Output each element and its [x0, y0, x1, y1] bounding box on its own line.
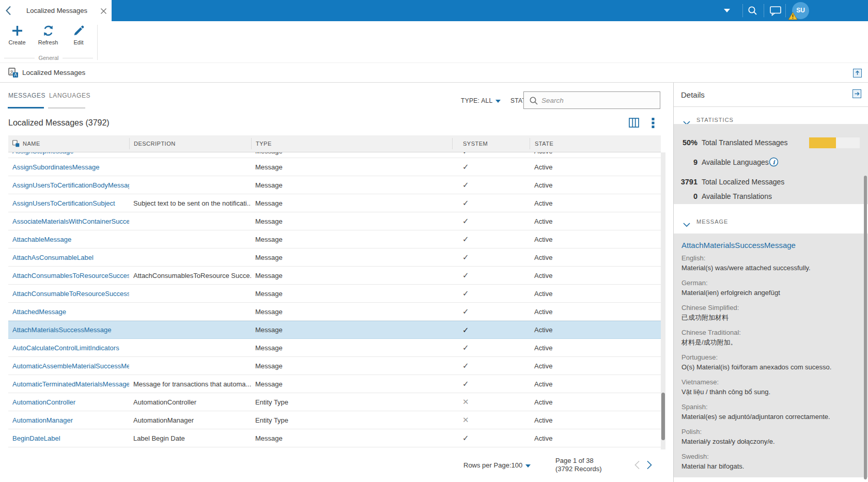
message-name-link[interactable]: AutomationController	[12, 398, 75, 406]
prev-page-icon[interactable]	[634, 460, 640, 472]
info-icon[interactable]: i	[769, 157, 779, 169]
next-page-icon[interactable]	[646, 460, 653, 472]
section-header-message[interactable]: MESSAGE	[696, 219, 728, 225]
message-name-link[interactable]: AssignStepMessage	[12, 152, 74, 155]
message-name-link[interactable]: AutomaticTerminatedMaterialsMessage	[12, 380, 129, 388]
table-row[interactable]: AssociateMaterialsWithContainerSucces Me…	[8, 212, 661, 230]
back-icon[interactable]	[5, 6, 12, 15]
active-tab-underline	[8, 107, 44, 108]
edit-button-label: Edit	[63, 39, 95, 45]
table-row[interactable]: AssignUsersToCertificationBodyMessage Me…	[8, 176, 661, 194]
system-flag-icon: ✓	[452, 307, 530, 316]
row-type: Message	[251, 344, 452, 352]
translation-language: Spanish:	[681, 403, 860, 411]
divider	[674, 106, 868, 107]
row-type: Message	[251, 181, 452, 189]
translation-item: Chinese Simplified: 已成功附加材料	[681, 304, 860, 322]
message-name-link[interactable]: AttachConsumableToResourceSuccessM	[12, 290, 129, 298]
tab-languages[interactable]: LANGUAGES	[49, 92, 90, 99]
message-name-link[interactable]: AssignUsersToCertificationBodyMessage	[12, 181, 129, 189]
column-header-type[interactable]: TYPE	[251, 138, 452, 149]
row-state: Active	[530, 272, 661, 279]
table-row[interactable]: AttachConsumableToResourceSuccessM Messa…	[8, 285, 661, 303]
row-type: Message	[251, 272, 452, 279]
message-name-link[interactable]: AttachableMessage	[12, 236, 71, 243]
collapse-ribbon-icon[interactable]	[853, 69, 862, 80]
column-header-system[interactable]: SYSTEM	[452, 138, 530, 149]
chevron-down-icon[interactable]	[683, 220, 690, 229]
translated-column-icon	[12, 140, 20, 147]
system-flag-icon: ✓	[452, 253, 530, 262]
page-info: Page 1 of 38 (3792 Records)	[555, 457, 602, 473]
translation-text: Vật liệu / thành công bổ sung.	[681, 387, 860, 396]
system-flag-icon: ✕	[452, 397, 530, 407]
column-chooser-icon[interactable]	[629, 118, 639, 130]
message-name-link[interactable]: AutomaticAssembleMaterialSuccessMes	[12, 362, 129, 370]
type-filter-dropdown[interactable]: TYPE: ALL	[461, 97, 501, 104]
details-scrollbar-thumb[interactable]	[864, 176, 867, 479]
message-name-link[interactable]: AttachConsumablesToResourceSuccessM	[12, 272, 129, 279]
table-row[interactable]: AssignSubordinatesMessage Message ✓ Acti…	[8, 158, 661, 176]
records-label: (3792 Records)	[555, 465, 602, 473]
kebab-menu-icon[interactable]	[652, 118, 655, 130]
table-row[interactable]: AttachConsumablesToResourceSuccessM Atta…	[8, 267, 661, 285]
create-button[interactable]: Create	[1, 24, 33, 45]
message-name-link[interactable]: AssociateMaterialsWithContainerSucces	[12, 217, 129, 225]
column-header-description[interactable]: DESCRIPTION	[129, 138, 251, 149]
table-row[interactable]: AutoCalculateControlLimitIndicators Mess…	[8, 339, 661, 357]
table-row[interactable]: AttachAsConsumableLabel Message ✓ Active	[8, 248, 661, 267]
row-state: Active	[530, 416, 661, 424]
rows-per-page-dropdown[interactable]: Rows per Page:100	[463, 461, 531, 469]
message-name-link[interactable]: AttachMaterialsSuccessMessage	[12, 326, 111, 334]
column-header-name[interactable]: NAME	[8, 140, 129, 147]
row-state: Active	[530, 236, 661, 243]
table-row[interactable]: AutomationController AutomationControlle…	[8, 393, 661, 411]
row-state: Active	[530, 290, 661, 298]
table-row[interactable]: AttachedMessage Message ✓ Active	[8, 303, 661, 321]
row-type: Message	[251, 152, 452, 155]
translation-language: Chinese Simplified:	[681, 304, 860, 312]
row-state: Active	[530, 199, 661, 207]
message-name-link[interactable]: AutomationManager	[12, 416, 73, 424]
message-name-link[interactable]: AssignUsersToCertificationSubject	[12, 199, 115, 207]
translation-text: Materiał/y został/y dołączony/e.	[681, 437, 860, 446]
table-row[interactable]: AutomaticAssembleMaterialSuccessMes Mess…	[8, 357, 661, 375]
table-row[interactable]: BeginDateLabel Label Begin Date Message …	[8, 429, 661, 447]
table-row[interactable]: AutomationManager AutomationManager Enti…	[8, 411, 661, 429]
row-type: Message	[251, 236, 452, 243]
search-box[interactable]	[523, 91, 660, 109]
table-row[interactable]: AssignUsersToCertificationSubject Subjec…	[8, 194, 661, 212]
system-flag-icon: ✓	[452, 216, 530, 226]
progress-bar-fill	[809, 137, 836, 148]
table-row-partial[interactable]: AssignStepMessage Message ✓ Active	[8, 152, 661, 158]
top-bar: Localized Messages SU	[0, 0, 868, 21]
app-tab[interactable]: Localized Messages	[0, 0, 112, 21]
message-name-link[interactable]: AutoCalculateControlLimitIndicators	[12, 344, 119, 352]
chat-icon[interactable]	[770, 6, 781, 18]
row-description: Label Begin Date	[129, 434, 251, 442]
system-flag-icon: ✓	[452, 180, 530, 190]
table-row[interactable]: AttachMaterialsSuccessMessage Message ✓ …	[8, 321, 661, 339]
column-header-state[interactable]: STATE	[530, 138, 661, 149]
search-icon[interactable]	[747, 5, 758, 18]
table-row[interactable]: AutomaticTerminatedMaterialsMessage Mess…	[8, 375, 661, 393]
refresh-icon	[42, 24, 55, 37]
section-header-statistics[interactable]: STATISTICS	[696, 117, 734, 123]
close-icon[interactable]	[100, 7, 107, 14]
message-name-link[interactable]: BeginDateLabel	[12, 434, 60, 442]
selected-message-name-link[interactable]: AttachMaterialsSuccessMessage	[681, 241, 860, 250]
search-input[interactable]	[541, 92, 657, 108]
message-name-link[interactable]: AssignSubordinatesMessage	[12, 163, 99, 171]
message-name-link[interactable]: AttachedMessage	[12, 308, 66, 316]
message-name-link[interactable]: AttachAsConsumableLabel	[12, 254, 94, 261]
refresh-button[interactable]: Refresh	[32, 24, 64, 45]
expand-details-icon[interactable]	[853, 89, 861, 100]
table-row[interactable]: AttachableMessage Message ✓ Active	[8, 230, 661, 248]
tab-messages[interactable]: MESSAGES	[8, 92, 45, 99]
chevron-down-icon[interactable]	[724, 9, 730, 12]
edit-button[interactable]: Edit	[63, 24, 95, 45]
table-scrollbar-thumb[interactable]	[661, 393, 665, 440]
title-bar: 文 A Localized Messages	[0, 63, 868, 83]
table-body: AssignSubordinatesMessage Message ✓ Acti…	[8, 158, 661, 447]
grid-heading: Localized Messages (3792)	[8, 118, 110, 128]
